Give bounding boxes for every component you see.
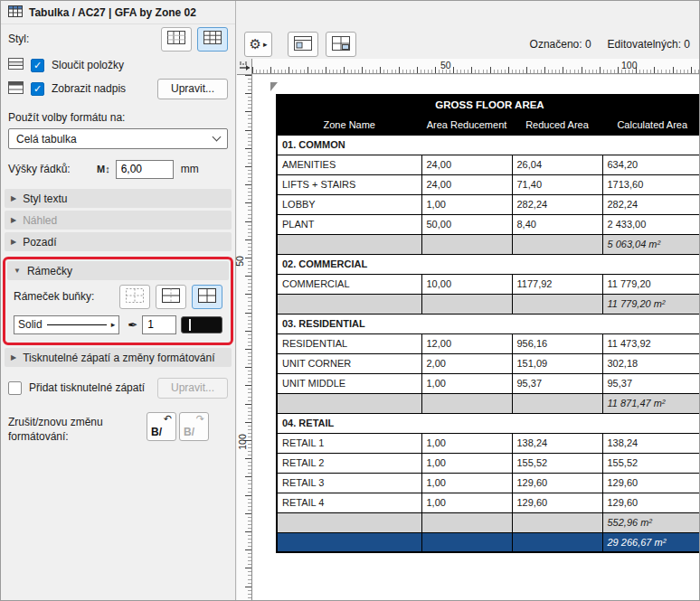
table-cell[interactable]: 02. COMMERCIAL <box>277 254 700 274</box>
table-cell[interactable]: RETAIL 1 <box>277 433 421 453</box>
table-cell[interactable]: 10,00 <box>421 274 512 294</box>
cell-border-horizontal-button[interactable] <box>156 285 186 309</box>
table-cell[interactable]: 1,00 <box>421 194 512 214</box>
table-title[interactable]: GROSS FLOOR AREA <box>277 95 700 115</box>
table-cell[interactable]: 2 433,00 <box>602 214 700 234</box>
table-cell[interactable] <box>421 393 512 413</box>
cell-border-all-button[interactable] <box>192 285 222 309</box>
table-cell[interactable]: 71,40 <box>512 174 602 194</box>
cell-border-none-button[interactable] <box>119 285 150 309</box>
table-cell[interactable]: 155,52 <box>602 453 700 473</box>
ruler-corner-button[interactable] <box>237 59 252 75</box>
table-cell[interactable] <box>421 234 512 254</box>
apply-format-dropdown[interactable]: Celá tabulka <box>8 128 228 149</box>
vertical-ruler[interactable]: 50 100 <box>237 75 252 600</box>
table-cell[interactable]: 8,40 <box>512 214 602 234</box>
table-cell[interactable]: 634,20 <box>602 155 700 174</box>
settings-gear-button[interactable]: ⚙ ▸ <box>244 32 272 57</box>
table-cell[interactable] <box>277 532 421 552</box>
table-cell[interactable]: 2,00 <box>421 353 512 373</box>
table-cell[interactable]: 1,00 <box>421 473 512 493</box>
section-preview[interactable]: ▶ Náhled <box>5 211 232 230</box>
table-cell[interactable]: 129,60 <box>602 493 700 512</box>
table-cell[interactable] <box>277 512 421 532</box>
table-cell[interactable]: 11 473,92 <box>602 333 700 353</box>
table-cell[interactable] <box>421 512 512 532</box>
pen-number-input[interactable] <box>142 315 176 334</box>
section-printable-footer[interactable]: ▶ Tisknutelné zápatí a změny formátování <box>5 348 232 367</box>
table-cell[interactable]: 282,24 <box>512 194 602 214</box>
table-cell[interactable]: LOBBY <box>277 194 421 214</box>
table-cell[interactable] <box>512 294 602 314</box>
table-cell[interactable]: 03. RESIDENTIAL <box>277 314 700 333</box>
table-cell[interactable]: 1,00 <box>421 433 512 453</box>
table-cell[interactable]: 1,00 <box>421 453 512 473</box>
headline-edit-button[interactable]: Upravit... <box>157 79 228 99</box>
table-cell[interactable]: 95,37 <box>602 373 700 393</box>
table-cell[interactable]: 129,60 <box>512 473 602 493</box>
table-cell[interactable]: 11 779,20 <box>602 274 700 294</box>
table-cell[interactable]: 1713,60 <box>602 174 700 194</box>
table-cell[interactable] <box>512 234 602 254</box>
section-text-style[interactable]: ▶ Styl textu <box>5 189 232 208</box>
table-cell[interactable]: 302,18 <box>602 353 700 373</box>
table-cell[interactable]: AMENITIES <box>277 155 421 174</box>
table-cell[interactable]: 04. RETAIL <box>277 413 700 433</box>
table-cell[interactable]: 01. COMMON <box>277 135 700 155</box>
table-cell[interactable]: 24,00 <box>421 155 512 174</box>
table-cell[interactable]: 129,60 <box>512 493 602 512</box>
table-cell[interactable]: 26,04 <box>512 155 602 174</box>
table-style-1-button[interactable] <box>161 27 192 52</box>
table-cell[interactable] <box>421 532 512 552</box>
column-header[interactable]: Reduced Area <box>512 115 602 135</box>
merge-items-checkbox[interactable]: ✓ <box>31 59 44 72</box>
table-cell[interactable]: 151,09 <box>512 353 602 373</box>
horizontal-ruler[interactable]: 50 100 <box>252 59 699 74</box>
table-cell[interactable] <box>512 532 602 552</box>
table-cell[interactable]: 138,24 <box>602 433 700 453</box>
table-cell[interactable]: 1177,92 <box>512 274 602 294</box>
table-cell[interactable]: 956,16 <box>512 333 602 353</box>
table-cell[interactable]: COMMERCIAL <box>277 274 421 294</box>
table-cell[interactable] <box>277 294 421 314</box>
table-cell[interactable]: 138,24 <box>512 433 602 453</box>
column-header[interactable]: Area Reducement <box>421 115 512 135</box>
format-undo-button[interactable]: ↶ B/ <box>147 412 176 441</box>
table-cell[interactable]: 282,24 <box>602 194 700 214</box>
table-cell[interactable]: RESIDENTIAL <box>277 333 421 353</box>
table-cell[interactable]: 1,00 <box>421 493 512 512</box>
table-cell[interactable]: 24,00 <box>421 174 512 194</box>
row-height-input[interactable] <box>116 160 174 179</box>
table-cell[interactable]: LIFTS + STAIRS <box>277 174 421 194</box>
pen-color-swatch[interactable] <box>181 316 222 333</box>
table-cell[interactable]: UNIT CORNER <box>277 353 421 373</box>
header-options-button[interactable] <box>288 32 318 57</box>
section-background[interactable]: ▶ Pozadí <box>5 232 232 251</box>
show-headline-checkbox[interactable]: ✓ <box>31 82 44 96</box>
table-cell[interactable]: 129,60 <box>602 473 700 493</box>
table-cell[interactable]: 11 779,20 m² <box>602 294 700 314</box>
table-cell[interactable]: RETAIL 3 <box>277 473 421 493</box>
section-borders[interactable]: ▼ Rámečky <box>7 261 229 280</box>
table-cell[interactable]: PLANT <box>277 214 421 234</box>
table-cell[interactable]: 5 063,04 m² <box>602 234 700 254</box>
format-redo-button[interactable]: ↷ B/ <box>179 412 209 441</box>
table-cell[interactable]: 552,96 m² <box>602 512 700 532</box>
line-type-dropdown[interactable]: Solid ▸ <box>14 315 119 334</box>
table-cell[interactable] <box>512 393 602 413</box>
table-cell[interactable]: 1,00 <box>421 373 512 393</box>
table-style-2-button[interactable] <box>197 27 228 52</box>
format-options-button[interactable] <box>326 32 356 57</box>
table-cell[interactable]: 29 266,67 m² <box>602 532 700 552</box>
table-cell[interactable]: 95,37 <box>512 373 602 393</box>
table-cell[interactable]: 12,00 <box>421 333 512 353</box>
table-cell[interactable]: UNIT MIDDLE <box>277 373 421 393</box>
table-cell[interactable]: RETAIL 2 <box>277 453 421 473</box>
table-cell[interactable] <box>277 234 421 254</box>
table-cell[interactable]: RETAIL 4 <box>277 493 421 512</box>
table-cell[interactable]: 50,00 <box>421 214 512 234</box>
table-cell[interactable] <box>421 294 512 314</box>
printable-footer-checkbox[interactable] <box>8 381 22 395</box>
footer-edit-button[interactable]: Upravit... <box>157 378 228 399</box>
table-cell[interactable] <box>512 512 602 532</box>
